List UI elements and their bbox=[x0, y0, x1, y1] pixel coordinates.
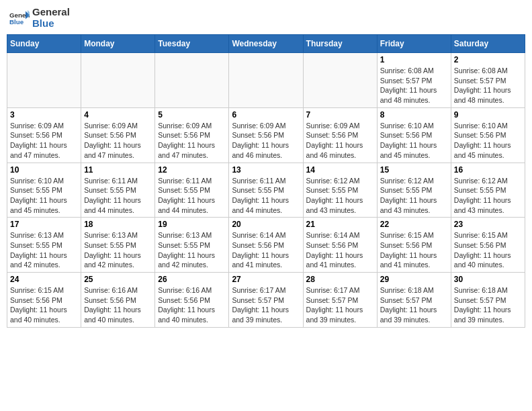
day-info: Sunrise: 6:09 AMSunset: 5:56 PMDaylight:… bbox=[158, 121, 226, 161]
day-number: 25 bbox=[84, 275, 152, 284]
day-number: 16 bbox=[454, 165, 522, 175]
day-number: 21 bbox=[306, 220, 374, 229]
day-info: Sunrise: 6:10 AMSunset: 5:56 PMDaylight:… bbox=[454, 121, 522, 161]
calendar-day-cell: 25Sunrise: 6:16 AMSunset: 5:56 PMDayligh… bbox=[81, 273, 155, 328]
day-info: Sunrise: 6:09 AMSunset: 5:56 PMDaylight:… bbox=[306, 121, 374, 161]
calendar-day-cell: 15Sunrise: 6:12 AMSunset: 5:55 PMDayligh… bbox=[377, 163, 451, 218]
day-number: 27 bbox=[232, 275, 300, 284]
day-info: Sunrise: 6:12 AMSunset: 5:55 PMDaylight:… bbox=[306, 176, 374, 216]
calendar-week-row: 3Sunrise: 6:09 AMSunset: 5:56 PMDaylight… bbox=[7, 107, 525, 163]
logo-icon: General Blue bbox=[9, 10, 30, 26]
day-info: Sunrise: 6:09 AMSunset: 5:56 PMDaylight:… bbox=[10, 121, 78, 161]
calendar-day-cell: 27Sunrise: 6:17 AMSunset: 5:57 PMDayligh… bbox=[229, 273, 303, 328]
svg-text:Blue: Blue bbox=[9, 18, 24, 26]
day-info: Sunrise: 6:15 AMSunset: 5:56 PMDaylight:… bbox=[10, 285, 78, 325]
calendar-day-cell: 8Sunrise: 6:10 AMSunset: 5:56 PMDaylight… bbox=[377, 107, 451, 163]
weekday-header: Tuesday bbox=[155, 35, 229, 53]
calendar-day-cell: 14Sunrise: 6:12 AMSunset: 5:55 PMDayligh… bbox=[303, 163, 377, 218]
calendar-day-cell: 10Sunrise: 6:10 AMSunset: 5:55 PMDayligh… bbox=[7, 163, 81, 218]
calendar-day-cell: 9Sunrise: 6:10 AMSunset: 5:56 PMDaylight… bbox=[451, 107, 525, 163]
calendar-week-row: 17Sunrise: 6:13 AMSunset: 5:55 PMDayligh… bbox=[7, 218, 525, 273]
day-info: Sunrise: 6:12 AMSunset: 5:55 PMDaylight:… bbox=[454, 176, 522, 216]
day-number: 4 bbox=[84, 110, 152, 120]
day-number: 22 bbox=[380, 220, 448, 229]
day-number: 30 bbox=[454, 275, 522, 284]
logo: General Blue General Blue bbox=[9, 7, 70, 29]
day-number: 23 bbox=[454, 220, 522, 229]
calendar-day-cell: 24Sunrise: 6:15 AMSunset: 5:56 PMDayligh… bbox=[7, 273, 81, 328]
weekday-header: Monday bbox=[81, 35, 155, 53]
calendar-day-cell: 17Sunrise: 6:13 AMSunset: 5:55 PMDayligh… bbox=[7, 218, 81, 273]
day-info: Sunrise: 6:13 AMSunset: 5:55 PMDaylight:… bbox=[10, 230, 78, 270]
day-number: 8 bbox=[380, 110, 448, 120]
day-info: Sunrise: 6:11 AMSunset: 5:55 PMDaylight:… bbox=[232, 176, 300, 216]
calendar-day-cell: 16Sunrise: 6:12 AMSunset: 5:55 PMDayligh… bbox=[451, 163, 525, 218]
day-number: 18 bbox=[84, 220, 152, 229]
calendar-day-cell: 1Sunrise: 6:08 AMSunset: 5:57 PMDaylight… bbox=[377, 53, 451, 108]
calendar-day-cell bbox=[155, 53, 229, 108]
day-info: Sunrise: 6:18 AMSunset: 5:57 PMDaylight:… bbox=[454, 285, 522, 325]
calendar-day-cell: 23Sunrise: 6:15 AMSunset: 5:56 PMDayligh… bbox=[451, 218, 525, 273]
day-info: Sunrise: 6:11 AMSunset: 5:55 PMDaylight:… bbox=[84, 176, 152, 216]
day-info: Sunrise: 6:18 AMSunset: 5:57 PMDaylight:… bbox=[380, 285, 448, 325]
day-number: 17 bbox=[10, 220, 78, 229]
calendar-day-cell: 26Sunrise: 6:16 AMSunset: 5:56 PMDayligh… bbox=[155, 273, 229, 328]
calendar-day-cell: 28Sunrise: 6:17 AMSunset: 5:57 PMDayligh… bbox=[303, 273, 377, 328]
calendar-day-cell: 6Sunrise: 6:09 AMSunset: 5:56 PMDaylight… bbox=[229, 107, 303, 163]
calendar-day-cell: 13Sunrise: 6:11 AMSunset: 5:55 PMDayligh… bbox=[229, 163, 303, 218]
day-number: 9 bbox=[454, 110, 522, 120]
calendar-day-cell: 21Sunrise: 6:14 AMSunset: 5:56 PMDayligh… bbox=[303, 218, 377, 273]
calendar-day-cell: 11Sunrise: 6:11 AMSunset: 5:55 PMDayligh… bbox=[81, 163, 155, 218]
calendar-day-cell: 22Sunrise: 6:15 AMSunset: 5:56 PMDayligh… bbox=[377, 218, 451, 273]
day-info: Sunrise: 6:10 AMSunset: 5:55 PMDaylight:… bbox=[10, 176, 78, 216]
weekday-header: Friday bbox=[377, 35, 451, 53]
calendar-day-cell: 20Sunrise: 6:14 AMSunset: 5:56 PMDayligh… bbox=[229, 218, 303, 273]
calendar-day-cell: 7Sunrise: 6:09 AMSunset: 5:56 PMDaylight… bbox=[303, 107, 377, 163]
calendar-table: SundayMondayTuesdayWednesdayThursdayFrid… bbox=[7, 34, 525, 328]
day-number: 12 bbox=[158, 165, 226, 175]
day-number: 1 bbox=[380, 55, 448, 64]
day-number: 13 bbox=[232, 165, 300, 175]
day-number: 14 bbox=[306, 165, 374, 175]
day-number: 15 bbox=[380, 165, 448, 175]
day-number: 11 bbox=[84, 165, 152, 175]
day-info: Sunrise: 6:16 AMSunset: 5:56 PMDaylight:… bbox=[84, 285, 152, 325]
day-number: 10 bbox=[10, 165, 78, 175]
calendar-day-cell: 4Sunrise: 6:09 AMSunset: 5:56 PMDaylight… bbox=[81, 107, 155, 163]
calendar-day-cell: 29Sunrise: 6:18 AMSunset: 5:57 PMDayligh… bbox=[377, 273, 451, 328]
day-info: Sunrise: 6:09 AMSunset: 5:56 PMDaylight:… bbox=[232, 121, 300, 161]
weekday-header: Saturday bbox=[451, 35, 525, 53]
calendar-week-row: 10Sunrise: 6:10 AMSunset: 5:55 PMDayligh… bbox=[7, 163, 525, 218]
calendar-day-cell: 18Sunrise: 6:13 AMSunset: 5:55 PMDayligh… bbox=[81, 218, 155, 273]
day-number: 6 bbox=[232, 110, 300, 120]
day-info: Sunrise: 6:11 AMSunset: 5:55 PMDaylight:… bbox=[158, 176, 226, 216]
day-info: Sunrise: 6:16 AMSunset: 5:56 PMDaylight:… bbox=[158, 285, 226, 325]
calendar-day-cell bbox=[81, 53, 155, 108]
day-number: 5 bbox=[158, 110, 226, 120]
calendar-day-cell: 2Sunrise: 6:08 AMSunset: 5:57 PMDaylight… bbox=[451, 53, 525, 108]
day-number: 19 bbox=[158, 220, 226, 229]
day-info: Sunrise: 6:15 AMSunset: 5:56 PMDaylight:… bbox=[380, 230, 448, 270]
calendar-week-row: 24Sunrise: 6:15 AMSunset: 5:56 PMDayligh… bbox=[7, 273, 525, 328]
calendar-day-cell: 3Sunrise: 6:09 AMSunset: 5:56 PMDaylight… bbox=[7, 107, 81, 163]
logo-blue: Blue bbox=[32, 18, 70, 30]
calendar-day-cell bbox=[7, 53, 81, 108]
weekday-header: Sunday bbox=[7, 35, 81, 53]
day-info: Sunrise: 6:08 AMSunset: 5:57 PMDaylight:… bbox=[454, 66, 522, 105]
day-info: Sunrise: 6:13 AMSunset: 5:55 PMDaylight:… bbox=[158, 230, 226, 270]
day-number: 2 bbox=[454, 55, 522, 64]
calendar-day-cell bbox=[229, 53, 303, 108]
day-number: 3 bbox=[10, 110, 78, 120]
day-info: Sunrise: 6:09 AMSunset: 5:56 PMDaylight:… bbox=[84, 121, 152, 161]
day-info: Sunrise: 6:14 AMSunset: 5:56 PMDaylight:… bbox=[306, 230, 374, 270]
day-info: Sunrise: 6:14 AMSunset: 5:56 PMDaylight:… bbox=[232, 230, 300, 270]
day-info: Sunrise: 6:12 AMSunset: 5:55 PMDaylight:… bbox=[380, 176, 448, 216]
day-info: Sunrise: 6:17 AMSunset: 5:57 PMDaylight:… bbox=[232, 285, 300, 325]
calendar-day-cell: 19Sunrise: 6:13 AMSunset: 5:55 PMDayligh… bbox=[155, 218, 229, 273]
calendar-day-cell: 12Sunrise: 6:11 AMSunset: 5:55 PMDayligh… bbox=[155, 163, 229, 218]
day-info: Sunrise: 6:10 AMSunset: 5:56 PMDaylight:… bbox=[380, 121, 448, 161]
calendar-header-row: SundayMondayTuesdayWednesdayThursdayFrid… bbox=[7, 35, 525, 53]
weekday-header: Thursday bbox=[303, 35, 377, 53]
day-info: Sunrise: 6:15 AMSunset: 5:56 PMDaylight:… bbox=[454, 230, 522, 270]
calendar-week-row: 1Sunrise: 6:08 AMSunset: 5:57 PMDaylight… bbox=[7, 53, 525, 108]
